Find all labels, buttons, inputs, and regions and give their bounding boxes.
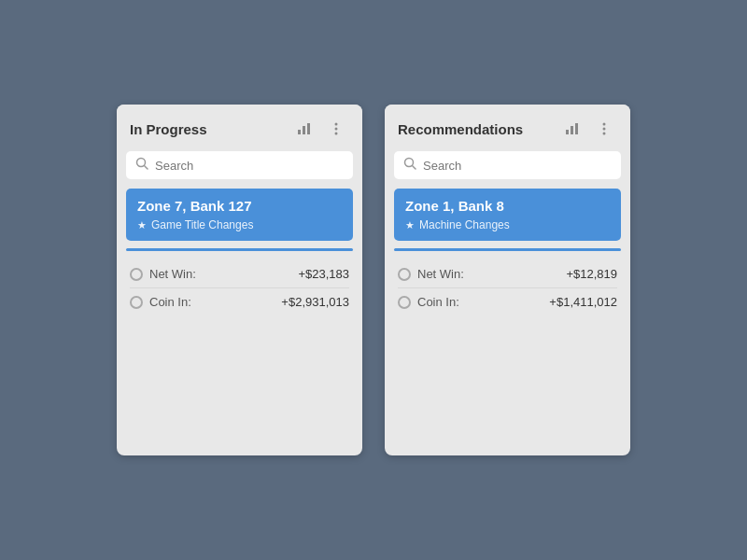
stat-label: Coin In: bbox=[130, 295, 191, 309]
svg-rect-10 bbox=[575, 123, 578, 134]
chart-icon-button[interactable] bbox=[559, 116, 585, 142]
search-input-in-progress[interactable] bbox=[155, 159, 344, 173]
stat-row: Coin In:+$1,411,012 bbox=[398, 288, 617, 315]
svg-point-4 bbox=[335, 128, 338, 131]
stat-row: Net Win:+$23,183 bbox=[130, 260, 349, 288]
card-title-in-progress: In Progress bbox=[130, 121, 207, 137]
stat-value: +$12,819 bbox=[566, 267, 617, 281]
stat-label-text: Coin In: bbox=[149, 295, 191, 309]
card-recommendations: Recommendations Zone 1, Bank 8★Machine C… bbox=[385, 105, 630, 455]
search-icon bbox=[135, 157, 148, 174]
stat-label-text: Net Win: bbox=[149, 267, 196, 281]
stat-value: +$1,411,012 bbox=[549, 295, 617, 309]
card-title-recommendations: Recommendations bbox=[398, 121, 523, 137]
svg-point-11 bbox=[603, 123, 606, 126]
circle-icon bbox=[398, 296, 411, 309]
circle-icon bbox=[130, 296, 143, 309]
chart-icon bbox=[297, 121, 312, 136]
card-header-in-progress: In Progress bbox=[117, 105, 362, 151]
card-in-progress: In Progress Zone 7, Bank 127★Game Title … bbox=[117, 105, 362, 455]
star-icon: ★ bbox=[405, 219, 415, 231]
svg-point-3 bbox=[335, 123, 338, 126]
star-icon: ★ bbox=[137, 219, 147, 231]
svg-line-7 bbox=[145, 166, 148, 170]
chart-icon-button[interactable] bbox=[291, 116, 317, 142]
empty-area bbox=[385, 325, 630, 455]
chart-icon bbox=[565, 121, 580, 136]
stat-row: Net Win:+$12,819 bbox=[398, 260, 617, 288]
stat-label: Coin In: bbox=[398, 295, 459, 309]
svg-point-12 bbox=[603, 128, 606, 131]
empty-area bbox=[117, 325, 362, 455]
selected-item-title-in-progress: Zone 7, Bank 127 bbox=[137, 198, 342, 214]
subtitle-text: Game Title Changes bbox=[151, 218, 253, 231]
selected-item-subtitle-recommendations: ★Machine Changes bbox=[405, 218, 610, 231]
svg-point-13 bbox=[603, 133, 606, 135]
selected-item-in-progress[interactable]: Zone 7, Bank 127★Game Title Changes bbox=[126, 189, 353, 241]
more-icon bbox=[597, 121, 612, 136]
svg-line-15 bbox=[413, 166, 416, 170]
selected-item-recommendations[interactable]: Zone 1, Bank 8★Machine Changes bbox=[394, 189, 621, 241]
search-icon bbox=[403, 157, 416, 174]
more-options-button[interactable] bbox=[591, 116, 617, 142]
more-options-button[interactable] bbox=[323, 116, 349, 142]
subtitle-text: Machine Changes bbox=[419, 218, 510, 231]
stat-label: Net Win: bbox=[398, 267, 464, 281]
search-bar-in-progress bbox=[126, 151, 353, 179]
more-icon bbox=[329, 121, 344, 136]
circle-icon bbox=[130, 268, 143, 281]
svg-rect-8 bbox=[566, 130, 569, 134]
stat-label-text: Coin In: bbox=[417, 295, 459, 309]
stat-label: Net Win: bbox=[130, 267, 196, 281]
cards-container: In Progress Zone 7, Bank 127★Game Title … bbox=[117, 105, 630, 455]
stat-value: +$23,183 bbox=[298, 267, 349, 281]
stat-row: Coin In:+$2,931,013 bbox=[130, 288, 349, 315]
stat-label-text: Net Win: bbox=[417, 267, 464, 281]
card-header-recommendations: Recommendations bbox=[385, 105, 630, 151]
svg-rect-0 bbox=[298, 130, 301, 134]
circle-icon bbox=[398, 268, 411, 281]
svg-rect-9 bbox=[571, 126, 573, 134]
stat-value: +$2,931,013 bbox=[281, 295, 349, 309]
stats-section-recommendations: Net Win:+$12,819Coin In:+$1,411,012 bbox=[385, 251, 630, 325]
card-header-icons-in-progress bbox=[291, 116, 349, 142]
selected-item-title-recommendations: Zone 1, Bank 8 bbox=[405, 198, 610, 214]
search-bar-recommendations bbox=[394, 151, 621, 179]
selected-item-subtitle-in-progress: ★Game Title Changes bbox=[137, 218, 342, 231]
svg-rect-1 bbox=[303, 126, 305, 134]
search-input-recommendations[interactable] bbox=[423, 159, 612, 173]
stats-section-in-progress: Net Win:+$23,183Coin In:+$2,931,013 bbox=[117, 251, 362, 325]
svg-point-5 bbox=[335, 133, 338, 135]
card-header-icons-recommendations bbox=[559, 116, 617, 142]
svg-rect-2 bbox=[307, 123, 310, 134]
